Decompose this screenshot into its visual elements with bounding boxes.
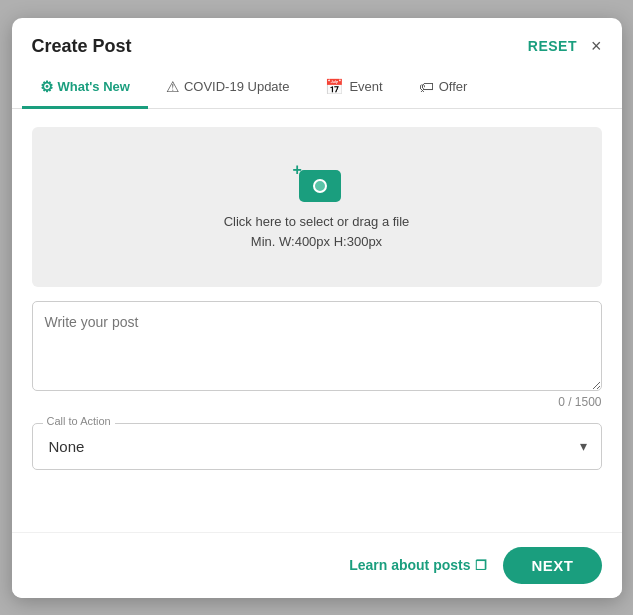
learn-about-posts-link[interactable]: Learn about posts ❐ bbox=[349, 557, 487, 573]
tab-offer[interactable]: 🏷 Offer bbox=[401, 68, 486, 109]
post-textarea[interactable] bbox=[32, 301, 602, 391]
modal-title: Create Post bbox=[32, 36, 132, 57]
tab-covid19-label: COVID-19 Update bbox=[184, 79, 290, 94]
tab-event-label: Event bbox=[349, 79, 382, 94]
whats-new-icon: ⚙ bbox=[40, 78, 53, 96]
tab-whats-new[interactable]: ⚙ What's New bbox=[22, 68, 148, 109]
header-actions: RESET × bbox=[528, 37, 602, 55]
reset-button[interactable]: RESET bbox=[528, 38, 577, 54]
camera-icon: + bbox=[293, 162, 341, 202]
upload-text: Click here to select or drag a file Min.… bbox=[224, 212, 410, 251]
upload-line1: Click here to select or drag a file bbox=[224, 212, 410, 232]
create-post-modal: Create Post RESET × ⚙ What's New ⚠ COVID… bbox=[12, 18, 622, 598]
upload-area[interactable]: + Click here to select or drag a file Mi… bbox=[32, 127, 602, 287]
cta-label: Call to Action bbox=[43, 415, 115, 427]
tab-event[interactable]: 📅 Event bbox=[307, 68, 400, 109]
next-button[interactable]: NEXT bbox=[503, 547, 601, 584]
modal-footer: Learn about posts ❐ NEXT bbox=[12, 532, 622, 598]
offer-icon: 🏷 bbox=[419, 78, 434, 95]
external-link-icon: ❐ bbox=[475, 558, 487, 573]
tab-whats-new-label: What's New bbox=[58, 79, 130, 94]
tab-covid19[interactable]: ⚠ COVID-19 Update bbox=[148, 68, 308, 109]
close-button[interactable]: × bbox=[591, 37, 602, 55]
tab-offer-label: Offer bbox=[439, 79, 468, 94]
char-count: 0 / 1500 bbox=[32, 395, 602, 409]
upload-line2: Min. W:400px H:300px bbox=[224, 232, 410, 252]
modal-body: + Click here to select or drag a file Mi… bbox=[12, 109, 622, 532]
event-icon: 📅 bbox=[325, 78, 344, 96]
tabs-container: ⚙ What's New ⚠ COVID-19 Update 📅 Event 🏷… bbox=[12, 67, 622, 109]
cta-container: Call to Action None Book Order Online Bu… bbox=[32, 423, 602, 470]
cta-select[interactable]: None Book Order Online Buy Learn More Si… bbox=[33, 424, 601, 469]
modal-header: Create Post RESET × bbox=[12, 18, 622, 67]
covid19-icon: ⚠ bbox=[166, 78, 179, 96]
learn-label: Learn about posts bbox=[349, 557, 470, 573]
